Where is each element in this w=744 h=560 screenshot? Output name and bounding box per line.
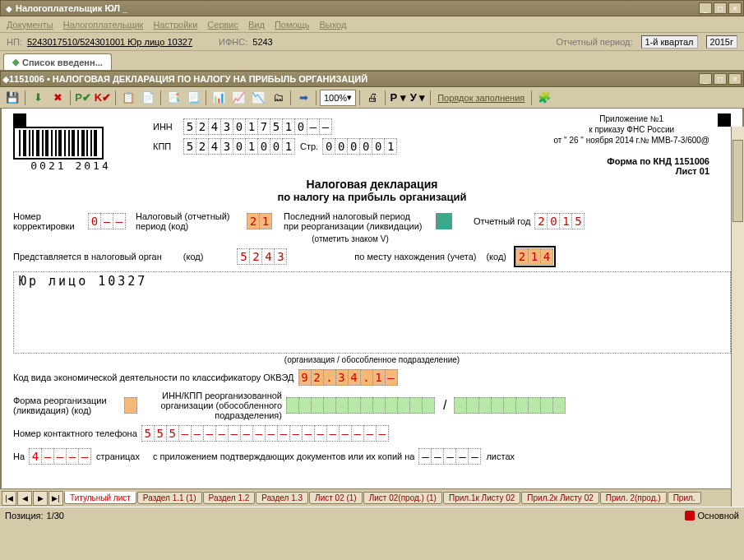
- tab-list-entered[interactable]: ◆Список введенн...: [3, 53, 112, 70]
- tab-title-sheet[interactable]: Титульный лист: [64, 492, 136, 504]
- menu-settings[interactable]: Настройки: [153, 20, 197, 30]
- year-value[interactable]: 2015г: [706, 35, 737, 49]
- tool4-icon[interactable]: 📈: [229, 89, 247, 107]
- reorg-inn-label: ИНН/КПП реорганизованной организации (об…: [150, 391, 282, 420]
- decree-note: Приложение №1 к приказу ФНС России от " …: [553, 113, 709, 146]
- puzzle-icon[interactable]: 🧩: [535, 89, 553, 107]
- menu-service[interactable]: Сервис: [207, 20, 238, 30]
- menu-documents[interactable]: Документы: [7, 20, 53, 30]
- okved-label: Код вида экономической деятельности по к…: [13, 373, 294, 382]
- vertical-scrollbar[interactable]: [731, 127, 744, 507]
- u-icon[interactable]: У ▾: [409, 89, 427, 107]
- arrow-right-icon[interactable]: ➡: [294, 89, 312, 107]
- position-label: Позиция:: [5, 511, 44, 521]
- tab-appendix-2-cont[interactable]: Прил. 2(прод.): [600, 492, 667, 504]
- reorg-code-field[interactable]: [124, 397, 137, 414]
- attach-pages-field[interactable]: –––––: [419, 448, 481, 465]
- first-tab-button[interactable]: |◀: [2, 491, 16, 506]
- delete-icon[interactable]: ✖: [49, 89, 67, 107]
- p-check-icon[interactable]: P✔: [74, 89, 92, 107]
- last-period-label: Последний налоговый период при реорганиз…: [284, 211, 432, 231]
- barcode-number: 0021 2014: [13, 160, 128, 172]
- menu-view[interactable]: Вид: [248, 20, 265, 30]
- minimize-button[interactable]: _: [699, 2, 712, 14]
- last-tab-button[interactable]: ▶|: [49, 491, 63, 506]
- kpp-label: КПП: [153, 141, 184, 151]
- tab-section-1-2[interactable]: Раздел 1.2: [203, 492, 256, 504]
- form-knd: Форма по КНД 1151006 Лист 01: [607, 156, 709, 176]
- app-icon: ◆: [6, 4, 12, 13]
- tab-section-1-3[interactable]: Раздел 1.3: [256, 492, 308, 504]
- position-value: 1/30: [47, 511, 64, 521]
- tab-appendix-1[interactable]: Прил.1к Листу 02: [443, 492, 520, 504]
- lists-label: листах: [486, 451, 515, 461]
- period-label: Отчетный период:: [557, 37, 633, 47]
- okved-field[interactable]: 92.34.1–: [299, 369, 398, 386]
- maximize-button[interactable]: □: [714, 2, 727, 14]
- np-label: НП:: [7, 37, 22, 47]
- zoom-select[interactable]: 100% ▾: [320, 90, 356, 106]
- tab-appendix-2[interactable]: Прил.2к Листу 02: [521, 492, 598, 504]
- inn-field[interactable]: 5243017510––: [184, 118, 332, 135]
- menu-help[interactable]: Помощь: [275, 20, 310, 30]
- next-tab-button[interactable]: ▶: [33, 491, 48, 506]
- period-value[interactable]: 1-й квартал: [641, 35, 698, 49]
- tool5-icon[interactable]: 📉: [249, 89, 267, 107]
- org-name-field[interactable]: Юр лицо 10327: [13, 271, 731, 354]
- pages-field[interactable]: 4––––: [30, 448, 91, 465]
- doc-minimize-button[interactable]: _: [699, 73, 712, 85]
- k-check-icon[interactable]: K✔: [94, 89, 112, 107]
- barcode: [13, 127, 104, 160]
- tab-sheet-02-cont[interactable]: Лист 02(прод.) (1): [363, 492, 442, 504]
- tool1-icon[interactable]: 📑: [164, 89, 183, 107]
- order-link[interactable]: Порядок заполнения: [437, 93, 524, 103]
- year-field[interactable]: 2015: [535, 213, 585, 229]
- copy-icon[interactable]: 📋: [119, 89, 137, 107]
- kod-label: (код): [183, 252, 204, 261]
- print-icon[interactable]: 🖨: [363, 89, 381, 107]
- prev-tab-button[interactable]: ◀: [17, 491, 32, 506]
- pages-label: страницах: [96, 451, 140, 461]
- attach-label: с приложением подтверждающих документов …: [153, 451, 414, 461]
- tab-appendix-more[interactable]: Прил.: [668, 492, 701, 504]
- tool3-icon[interactable]: 📊: [210, 89, 228, 107]
- korr-field[interactable]: 0––: [89, 213, 126, 229]
- organ-label: Представляется в налоговый орган: [13, 252, 162, 261]
- infobar: НП: 5243017510/524301001 Юр лицо 10327 И…: [0, 33, 744, 51]
- menu-exit[interactable]: Выход: [319, 20, 346, 30]
- tool2-icon[interactable]: 📃: [184, 89, 202, 107]
- kpp-field[interactable]: 524301001: [184, 138, 295, 155]
- mesto-kod-field[interactable]: 214: [516, 248, 553, 265]
- arrow-green-icon[interactable]: ⬇: [29, 89, 47, 107]
- menu-taxpayer[interactable]: Налогоплательщик: [63, 20, 144, 30]
- tool6-icon[interactable]: 🗂: [269, 89, 287, 107]
- phone-field[interactable]: 555–––––––––––––––––: [142, 425, 389, 442]
- reorg-check[interactable]: [436, 213, 452, 229]
- doc-close-button[interactable]: ×: [728, 73, 742, 85]
- tab-strip: ◆Список введенн...: [0, 51, 744, 71]
- phone-label: Номер контактного телефона: [13, 428, 137, 438]
- period-field[interactable]: 21: [247, 213, 272, 229]
- organ-kod-field[interactable]: 5243: [238, 248, 287, 265]
- na-label: На: [13, 451, 25, 461]
- tab-section-1-1[interactable]: Раздел 1.1 (1): [137, 492, 202, 504]
- doc-maximize-button[interactable]: □: [714, 73, 727, 85]
- reorg-inn-field[interactable]: [287, 397, 435, 414]
- doc-icon: ◆: [2, 74, 9, 85]
- str-field[interactable]: 000001: [323, 138, 397, 155]
- mode-icon: [685, 511, 695, 521]
- statusbar: Позиция: 1/30 Основной: [0, 507, 744, 523]
- ifns-label: ИФНС:: [219, 37, 247, 47]
- ifns-value: 5243: [252, 37, 272, 47]
- tax-period-label: Налоговый (отчетный) период (код): [136, 211, 243, 231]
- tab-sheet-02[interactable]: Лист 02 (1): [309, 492, 363, 504]
- close-button[interactable]: ×: [728, 2, 742, 14]
- reorg-kpp-field[interactable]: [455, 397, 566, 414]
- kod-label-2: (код): [486, 252, 506, 261]
- paste-icon[interactable]: 📄: [139, 89, 157, 107]
- save-icon[interactable]: 💾: [3, 89, 21, 107]
- document-area: 0021 2014 Приложение №1 к приказу ФНС Ро…: [0, 109, 744, 488]
- declaration-subtitle: по налогу на прибыль организаций: [13, 191, 731, 203]
- p-icon[interactable]: Р ▾: [389, 89, 407, 107]
- np-value[interactable]: 5243017510/524301001 Юр лицо 10327: [27, 37, 192, 47]
